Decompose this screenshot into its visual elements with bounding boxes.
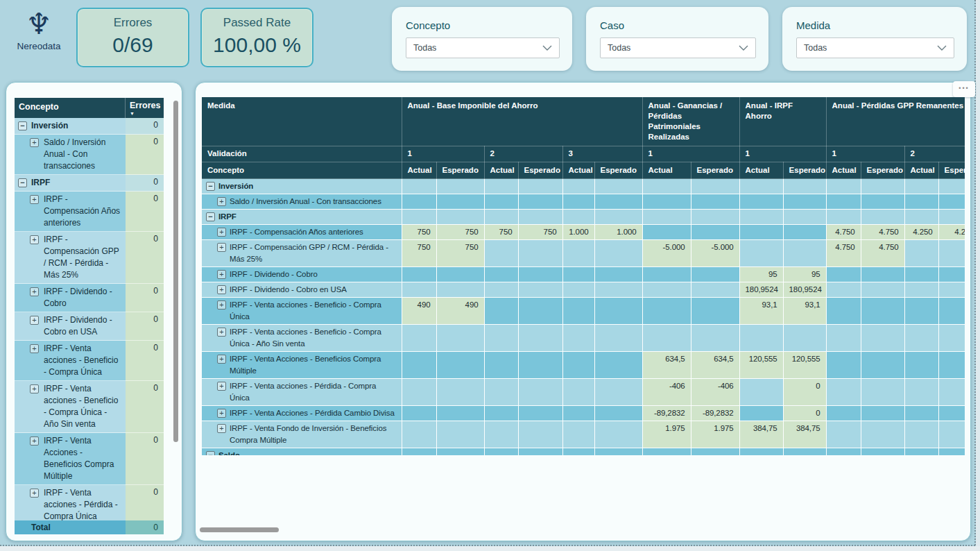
matrix-group-row[interactable]: −IRPF [202,210,965,225]
collapse-icon[interactable]: − [206,212,215,221]
matrix-value-cell [691,194,739,210]
matrix-leaf-row[interactable]: +IRPF - Venta Acciones - Beneficios Comp… [202,352,965,379]
horizontal-scrollbar[interactable] [200,527,279,532]
summary-header-concepto[interactable]: Concepto [15,98,126,118]
matrix-corner-validacion[interactable]: Validación [202,146,402,162]
matrix-measure-header[interactable]: Anual - Pérdidas GPP Remanentes [826,97,965,146]
matrix-leaf-row[interactable]: +IRPF - Venta acciones - Pérdida - Compr… [202,379,965,406]
matrix-group-row[interactable]: −Saldo [202,448,965,456]
matrix-value-cell [594,267,642,282]
matrix-value-cell [938,421,965,448]
collapse-icon[interactable]: − [206,451,215,455]
expand-icon[interactable]: + [30,344,39,353]
matrix-table-container: MedidaAnual - Base Imponible del AhorroA… [202,97,965,455]
expand-icon[interactable]: + [217,285,226,294]
matrix-esperado-header[interactable]: Esperado [594,162,642,179]
expand-icon[interactable]: + [217,300,226,310]
filter-medida-dropdown[interactable]: Todas [796,37,954,58]
matrix-value-cell [642,325,691,352]
expand-icon[interactable]: + [30,138,39,147]
matrix-measure-header[interactable]: Anual - IRPF Ahorro [739,97,826,146]
matrix-value-cell [739,406,783,421]
collapse-icon[interactable]: − [18,178,27,187]
matrix-measure-header[interactable]: Anual - Ganancias / Pérdidas Patrimonial… [642,97,739,146]
expand-icon[interactable]: + [217,328,226,337]
matrix-value-cell [826,210,861,225]
matrix-esperado-header[interactable]: Esperado [691,162,739,179]
summary-group-row[interactable]: −Inversión0 [15,118,164,135]
summary-leaf-row[interactable]: +IRPF - Venta acciones - Pérdida - Compr… [15,485,164,520]
filter-caso-dropdown[interactable]: Todas [600,37,756,58]
expand-icon[interactable]: + [217,197,226,206]
expand-icon[interactable]: + [217,424,226,433]
collapse-icon[interactable]: − [18,121,27,130]
matrix-leaf-row[interactable]: +IRPF - Dividendo - Cobro en USA180,9524… [202,282,965,298]
matrix-leaf-row[interactable]: +Saldo / Inversión Anual - Con transacci… [202,194,965,210]
expand-icon[interactable]: + [217,355,226,364]
summary-leaf-row[interactable]: +IRPF - Dividendo - Cobro en USA0 [15,312,164,341]
matrix-leaf-row[interactable]: +IRPF - Venta Acciones - Pérdida Cambio … [202,406,965,421]
matrix-actual-header[interactable]: Actual [402,162,436,179]
matrix-corner-medida[interactable]: Medida [202,97,402,146]
expand-icon[interactable]: + [30,384,39,393]
summary-leaf-row[interactable]: +IRPF - Venta Acciones - Beneficios Comp… [15,433,164,485]
summary-panel: Concepto Errores▼ −Inversión0+Saldo / In… [6,82,182,541]
matrix-validation-header[interactable]: 3 [562,146,642,162]
more-options-icon[interactable]: ••• [953,81,975,97]
matrix-group-row[interactable]: −Inversión [202,179,965,194]
matrix-leaf-row[interactable]: +IRPF - Compensación Años anteriores7507… [202,225,965,240]
matrix-validation-header[interactable]: 1 [826,146,904,162]
expand-icon[interactable]: + [217,409,226,418]
summary-leaf-row[interactable]: +IRPF - Dividendo - Cobro0 [15,284,164,312]
matrix-actual-header[interactable]: Actual [739,162,783,179]
matrix-validation-header[interactable]: 1 [739,146,826,162]
matrix-esperado-header[interactable]: Esperado [861,162,904,179]
matrix-validation-header[interactable]: 1 [402,146,484,162]
expand-icon[interactable]: + [217,243,226,252]
matrix-corner-concepto[interactable]: Concepto [202,162,402,179]
matrix-validation-header[interactable]: 2 [484,146,562,162]
summary-total-row[interactable]: Total 0 [15,520,164,534]
summary-leaf-row[interactable]: +IRPF - Compensación Años anteriores0 [15,192,164,232]
matrix-leaf-row[interactable]: +IRPF - Dividendo - Cobro9595 [202,267,965,282]
matrix-actual-header[interactable]: Actual [826,162,861,179]
expand-icon[interactable]: + [30,489,39,498]
matrix-validation-header[interactable]: 1 [642,146,739,162]
matrix-leaf-row[interactable]: +IRPF - Venta Fondo de Inversión - Benef… [202,421,965,448]
expand-icon[interactable]: + [30,316,39,325]
matrix-measure-header[interactable]: Anual - Base Imponible del Ahorro [402,97,642,146]
summary-group-row[interactable]: −IRPF0 [15,175,164,192]
expand-icon[interactable]: + [30,195,39,204]
expand-icon[interactable]: + [30,287,39,296]
expand-icon[interactable]: + [217,270,226,279]
matrix-leaf-row[interactable]: +IRPF - Venta acciones - Beneficio - Com… [202,325,965,352]
matrix-value-cell [904,421,938,448]
matrix-leaf-row[interactable]: +IRPF - Compensación GPP / RCM - Pérdida… [202,240,965,267]
expand-icon[interactable]: + [217,382,226,391]
summary-leaf-row[interactable]: +Saldo / Inversión Anual - Con transacci… [15,135,164,175]
matrix-esperado-header[interactable]: Esperado [518,162,562,179]
matrix-value-cell [402,421,436,448]
matrix-value-cell [562,379,594,406]
matrix-esperado-header[interactable]: Esperado [436,162,484,179]
matrix-value-cell: 750 [436,240,484,267]
matrix-validation-header[interactable]: 2 [904,146,965,162]
vertical-scrollbar[interactable] [173,101,178,442]
matrix-actual-header[interactable]: Actual [562,162,594,179]
collapse-icon[interactable]: − [206,182,215,191]
expand-icon[interactable]: + [30,235,39,244]
summary-leaf-row[interactable]: +IRPF - Venta acciones - Beneficio - Com… [15,381,164,433]
filter-concepto-dropdown[interactable]: Todas [406,37,560,58]
matrix-actual-header[interactable]: Actual [642,162,691,179]
matrix-esperado-header[interactable]: Esperado [783,162,826,179]
expand-icon[interactable]: + [217,228,226,237]
matrix-esperado-header[interactable]: Esperado [938,162,965,179]
expand-icon[interactable]: + [30,436,39,446]
summary-header-errores[interactable]: Errores▼ [126,98,164,118]
summary-leaf-row[interactable]: +IRPF - Compensación GPP / RCM - Pérdida… [15,232,164,284]
matrix-leaf-row[interactable]: +IRPF - Venta acciones - Beneficio - Com… [202,298,965,325]
summary-leaf-row[interactable]: +IRPF - Venta acciones - Beneficio - Com… [15,341,164,381]
matrix-actual-header[interactable]: Actual [484,162,518,179]
matrix-actual-header[interactable]: Actual [904,162,938,179]
matrix-value-cell [642,298,691,325]
